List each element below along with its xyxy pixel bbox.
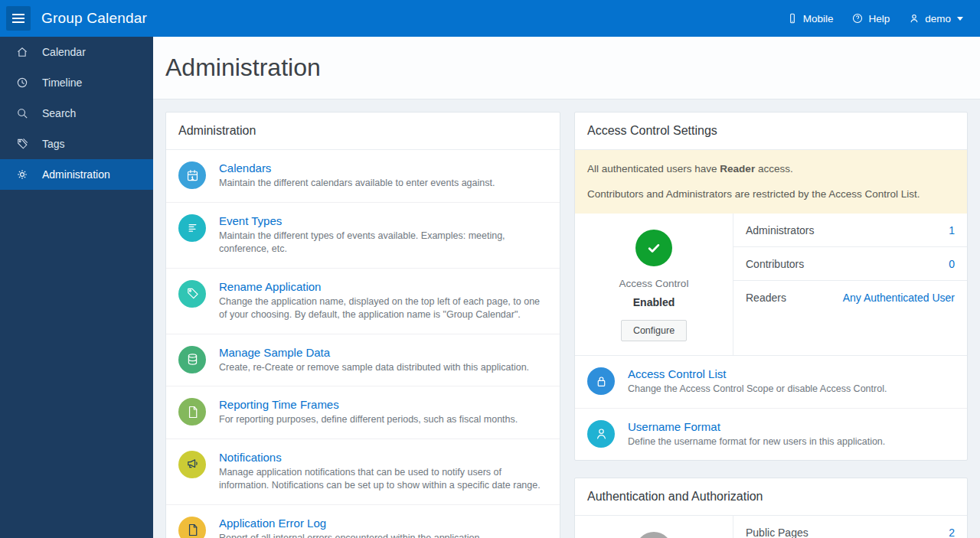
- access-control-list-link[interactable]: Access Control List: [628, 367, 726, 380]
- contributors-label: Contributors: [746, 258, 804, 270]
- application-error-log-description: Report of all internal errors encountere…: [219, 532, 482, 538]
- access-control-settings-title: Access Control Settings: [575, 112, 967, 150]
- authentication-rows: Public Pages 2: [733, 516, 967, 538]
- list-lines-icon: [178, 214, 206, 242]
- sidebar-item-label: Timeline: [42, 77, 82, 89]
- calendars-description: Maintain the different calendars availab…: [219, 177, 495, 191]
- sidebar-item-tags[interactable]: Tags: [0, 129, 153, 159]
- lock-icon: [587, 367, 615, 395]
- row-public-pages: Public Pages 2: [733, 516, 967, 538]
- administration-card: Administration Calendars Maintain the di…: [165, 112, 560, 538]
- list-item-calendars: Calendars Maintain the different calenda…: [166, 150, 560, 203]
- access-control-label: Access Control: [619, 278, 689, 289]
- public-pages-count-link[interactable]: 2: [949, 527, 955, 538]
- sidebar-item-calendar[interactable]: Calendar: [0, 37, 153, 67]
- calendars-link[interactable]: Calendars: [219, 161, 271, 174]
- status-circle-icon: [635, 532, 672, 538]
- app-title[interactable]: Group Calendar: [41, 10, 147, 27]
- access-control-list-description: Change the Access Control Scope or disab…: [628, 383, 887, 396]
- hamburger-menu-button[interactable]: [6, 6, 31, 31]
- user-icon: [908, 12, 920, 24]
- error-doc-icon: [178, 517, 206, 538]
- user-label: demo: [925, 13, 951, 24]
- calendar-icon: [178, 161, 206, 189]
- top-bar: Group Calendar Mobile Help demo: [0, 0, 980, 37]
- access-control-settings-card: Access Control Settings All authenticate…: [574, 112, 968, 461]
- list-item-event-types: Event Types Maintain the different types…: [166, 203, 560, 269]
- mobile-phone-icon: [786, 12, 799, 24]
- configure-button[interactable]: Configure: [621, 320, 687, 341]
- sidebar-item-search[interactable]: Search: [0, 98, 153, 129]
- help-icon: [851, 12, 864, 24]
- readers-label: Readers: [746, 292, 786, 304]
- rename-application-link[interactable]: Rename Application: [219, 280, 321, 293]
- mobile-label: Mobile: [803, 13, 834, 24]
- page-title-band: Administration: [153, 37, 980, 99]
- event-types-link[interactable]: Event Types: [219, 214, 282, 227]
- access-control-status-section: Access Control Enabled Configure Adminis…: [575, 214, 967, 356]
- person-icon: [587, 420, 615, 448]
- event-types-description: Maintain the different types of events a…: [219, 230, 547, 256]
- notifications-link[interactable]: Notifications: [219, 451, 282, 464]
- username-format-description: Define the username format for new users…: [628, 435, 885, 449]
- notice-line-2: Contributors and Administrators are rest…: [587, 187, 955, 201]
- row-contributors: Contributors 0: [733, 247, 967, 281]
- chevron-down-icon: [957, 17, 963, 21]
- content-area: Administration Administration Calendars …: [153, 37, 980, 538]
- sidebar-item-administration[interactable]: Administration: [0, 159, 153, 190]
- username-format-link[interactable]: Username Format: [628, 420, 720, 433]
- administration-card-title: Administration: [166, 112, 560, 150]
- clock-icon: [15, 76, 29, 90]
- access-control-rows: Administrators 1 Contributors 0 Readers …: [733, 214, 967, 355]
- reporting-time-frames-link[interactable]: Reporting Time Frames: [219, 398, 339, 411]
- list-item-rename-application: Rename Application Change the applicatio…: [166, 269, 560, 334]
- megaphone-icon: [178, 451, 206, 478]
- page-body: Administration Calendars Maintain the di…: [153, 99, 980, 538]
- list-item-reporting-time-frames: Reporting Time Frames For reporting purp…: [166, 386, 560, 439]
- sidebar-item-label: Tags: [42, 138, 65, 150]
- public-pages-label: Public Pages: [746, 527, 808, 538]
- home-icon: [15, 45, 29, 59]
- access-control-status-cell: Access Control Enabled Configure: [575, 214, 733, 355]
- page-title: Administration: [165, 54, 321, 82]
- authentication-status-section: Public Pages 2: [575, 516, 967, 538]
- list-item-manage-sample-data: Manage Sample Data Create, re-Create or …: [166, 334, 560, 387]
- sidebar: Calendar Timeline Search Tags Administra…: [0, 37, 153, 538]
- tags-icon: [15, 137, 29, 151]
- help-label: Help: [868, 13, 890, 24]
- right-column: Access Control Settings All authenticate…: [574, 112, 968, 538]
- database-icon: [178, 346, 206, 373]
- search-icon: [15, 106, 29, 120]
- manage-sample-data-link[interactable]: Manage Sample Data: [219, 346, 330, 359]
- notice-line-1: All authenticated users have Reader acce…: [587, 162, 955, 176]
- list-item-access-control-list: Access Control List Change the Access Co…: [575, 356, 967, 409]
- help-link[interactable]: Help: [851, 12, 890, 24]
- row-readers: Readers Any Authenticated User: [733, 281, 967, 314]
- notifications-description: Manage application notifications that ca…: [219, 466, 547, 493]
- contributors-count-link[interactable]: 0: [949, 258, 955, 270]
- mobile-link[interactable]: Mobile: [786, 12, 834, 24]
- tag-icon: [178, 280, 206, 308]
- row-administrators: Administrators 1: [733, 214, 967, 247]
- file-icon: [178, 398, 206, 426]
- check-icon: [635, 230, 672, 266]
- readers-value-link[interactable]: Any Authenticated User: [843, 292, 955, 304]
- access-control-value: Enabled: [633, 296, 675, 308]
- list-item-notifications: Notifications Manage application notific…: [166, 439, 560, 505]
- list-item-username-format: Username Format Define the username form…: [575, 409, 967, 461]
- authentication-authorization-card: Authentication and Authorization Public …: [574, 478, 968, 538]
- list-item-application-error-log: Application Error Log Report of all inte…: [166, 505, 560, 538]
- user-menu[interactable]: demo: [908, 12, 963, 24]
- application-error-log-link[interactable]: Application Error Log: [219, 517, 326, 530]
- gear-icon: [15, 168, 29, 181]
- top-nav: Mobile Help demo: [786, 12, 974, 24]
- authentication-status-cell: [575, 516, 733, 538]
- administrators-count-link[interactable]: 1: [949, 224, 955, 236]
- sidebar-item-label: Calendar: [42, 46, 86, 58]
- rename-application-description: Change the application name, displayed o…: [219, 295, 547, 322]
- manage-sample-data-description: Create, re-Create or remove sample data …: [219, 361, 529, 375]
- access-control-notice: All authenticated users have Reader acce…: [575, 150, 967, 214]
- authentication-authorization-title: Authentication and Authorization: [575, 478, 967, 516]
- sidebar-item-timeline[interactable]: Timeline: [0, 67, 153, 98]
- sidebar-item-label: Search: [42, 107, 76, 119]
